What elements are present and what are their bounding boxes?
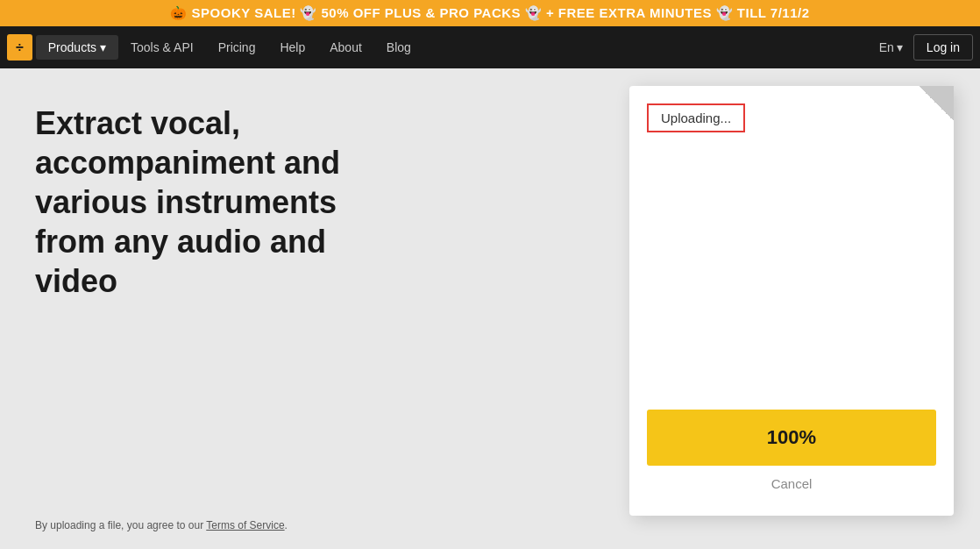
hero-title: Extract vocal, accompaniment and various… <box>35 103 386 301</box>
promo-banner: 🎃 SPOOKY SALE! 👻 50% OFF PLUS & PRO PACK… <box>0 0 980 26</box>
progress-bar-container: 100% <box>647 410 936 466</box>
main-content: Extract vocal, accompaniment and various… <box>0 68 980 549</box>
upload-card: Uploading... 100% Cancel <box>629 86 954 516</box>
navbar: ÷ Products ▾ Tools & API Pricing Help Ab… <box>0 26 980 68</box>
nav-products[interactable]: Products ▾ <box>36 35 118 60</box>
cancel-button[interactable]: Cancel <box>647 466 936 495</box>
nav-about[interactable]: About <box>317 35 374 60</box>
banner-text: 🎃 SPOOKY SALE! 👻 50% OFF PLUS & PRO PACK… <box>170 5 809 20</box>
language-selector[interactable]: En ▾ <box>869 35 913 60</box>
file-area <box>647 146 936 392</box>
nav-blog[interactable]: Blog <box>374 35 423 60</box>
chevron-down-icon: ▾ <box>897 40 903 54</box>
logo-icon: ÷ <box>16 39 24 55</box>
nav-pricing[interactable]: Pricing <box>206 35 268 60</box>
right-panel: Uploading... 100% Cancel <box>612 68 980 549</box>
tos-notice: By uploading a file, you agree to our Te… <box>35 519 577 531</box>
nav-tools-api[interactable]: Tools & API <box>118 35 206 60</box>
left-panel: Extract vocal, accompaniment and various… <box>0 68 612 549</box>
nav-help[interactable]: Help <box>267 35 317 60</box>
tos-link[interactable]: Terms of Service <box>206 519 284 531</box>
progress-bar: 100% <box>647 410 936 466</box>
uploading-status: Uploading... <box>647 103 745 132</box>
logo-button[interactable]: ÷ <box>7 34 32 61</box>
chevron-down-icon: ▾ <box>100 40 106 54</box>
login-button[interactable]: Log in <box>913 34 973 61</box>
